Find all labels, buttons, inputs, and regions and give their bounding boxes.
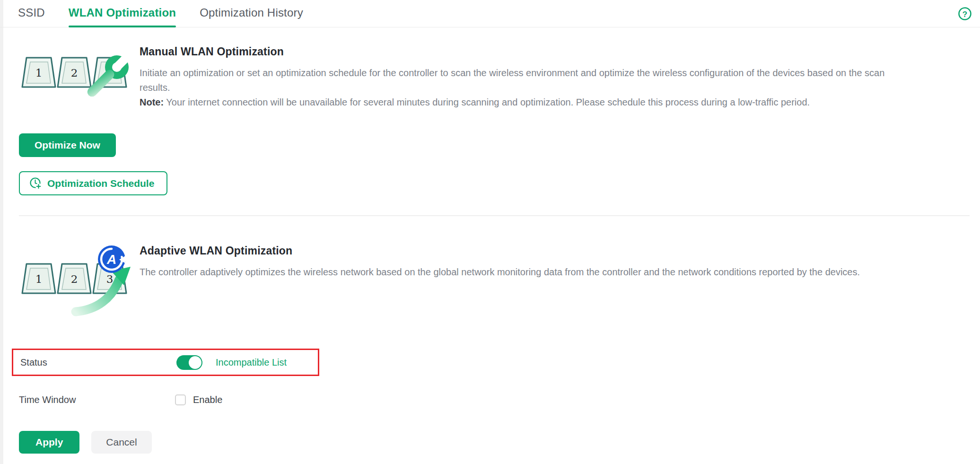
incompatible-list-link[interactable]: Incompatible List [216,357,287,368]
time-window-row: Time Window Enable [19,390,965,409]
adaptive-settings-form: Status Incompatible List Time Window Ena… [19,349,965,454]
manual-section-title: Manual WLAN Optimization [140,45,906,58]
tab-optimization-history[interactable]: Optimization History [200,0,303,27]
manual-section-description: Initiate an optimization or set an optim… [140,66,906,95]
note-label: Note: [140,97,164,107]
manual-optimization-section: 1 2 3 [19,43,965,110]
svg-text:1: 1 [35,273,43,285]
annotation-highlight-box: Status Incompatible List [12,349,319,376]
tab-wlan-optimization[interactable]: WLAN Optimization [69,0,176,27]
clock-plus-icon [29,177,42,190]
section-divider [19,215,970,216]
svg-text:1: 1 [35,67,43,79]
svg-text:3: 3 [106,273,114,285]
apply-button[interactable]: Apply [19,431,79,454]
svg-text:2: 2 [71,67,78,79]
svg-text:A: A [106,252,116,267]
help-icon[interactable]: ? [957,6,972,21]
adaptive-section-title: Adaptive WLAN Optimization [140,245,860,257]
keys-wrench-icon: 1 2 3 [19,43,140,108]
svg-text:?: ? [962,10,967,19]
svg-text:2: 2 [71,273,78,285]
note-text: Your internet connection will be unavail… [164,97,810,107]
status-toggle[interactable] [176,355,202,370]
keys-auto-arrow-icon: 1 2 3 A [19,242,140,319]
schedule-button-label: Optimization Schedule [47,178,154,189]
adaptive-section-description: The controller adaptively optimizes the … [140,265,860,280]
optimize-now-button[interactable]: Optimize Now [19,133,116,157]
cancel-button[interactable]: Cancel [91,431,151,454]
manual-section-note: Note: Your internet connection will be u… [140,95,906,110]
enable-checkbox[interactable] [175,394,186,405]
wlan-optimization-page: SSID WLAN Optimization Optimization Hist… [0,0,980,464]
tab-ssid[interactable]: SSID [18,0,45,27]
adaptive-optimization-section: 1 2 3 A [19,242,965,319]
form-actions: Apply Cancel [19,431,965,454]
optimization-schedule-button[interactable]: Optimization Schedule [19,171,167,195]
left-edge-strip [0,0,3,464]
status-label: Status [20,357,176,368]
time-window-label: Time Window [19,394,175,405]
enable-checkbox-label: Enable [193,394,222,405]
toggle-knob [189,356,201,369]
tab-bar: SSID WLAN Optimization Optimization Hist… [0,0,980,27]
